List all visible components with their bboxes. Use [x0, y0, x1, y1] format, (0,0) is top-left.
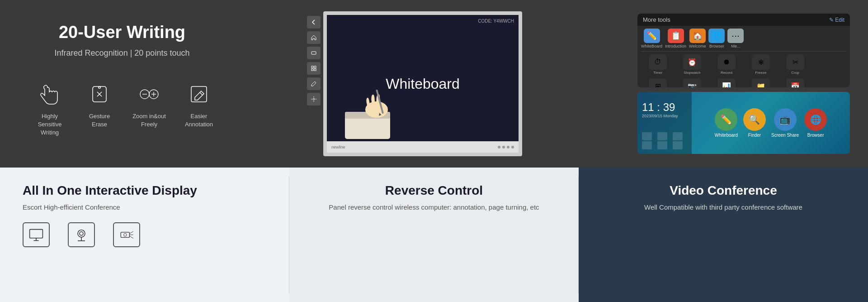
touch-icon — [36, 81, 63, 108]
projector-svg — [119, 228, 134, 242]
tool-record-label: Record — [721, 71, 732, 75]
gesture-label: GestureErase — [89, 112, 110, 129]
clock-date: 2023/09/15 Monday — [642, 114, 687, 118]
whiteboard-wrapper: CODE: Y4WWCH Whiteboard — [323, 11, 522, 156]
app-welcome-label: Welcome — [689, 44, 706, 48]
wb-brand-text: newline — [331, 145, 345, 149]
panel-header: More tools ✎ Edit — [637, 14, 850, 26]
touch-svg — [38, 83, 61, 105]
app-whiteboard[interactable]: ✏️ WhiteBoard — [641, 29, 662, 48]
mini-box-2 — [657, 132, 667, 140]
whiteboard-frame: CODE: Y4WWCH Whiteboard — [323, 11, 522, 156]
svg-rect-8 — [311, 66, 313, 68]
tool-record-icon: ⏺ — [717, 54, 736, 70]
tool-pollkit-icon: 📊 — [717, 78, 736, 87]
wb-dot-1 — [498, 146, 500, 149]
tool-freeze-icon: ❄ — [752, 54, 770, 70]
panel-title-text: More tools — [643, 16, 670, 23]
app-more-label: Me... — [731, 44, 740, 48]
svg-rect-25 — [121, 232, 129, 237]
whiteboard-code: CODE: Y4WWCH — [478, 19, 514, 24]
tool-stopwatch-label: Stopwatch — [684, 71, 700, 75]
app-more[interactable]: ⋯ Me... — [727, 29, 744, 48]
tool-crop-icon: ✂ — [786, 54, 804, 70]
feature-gesture: GestureErase — [81, 81, 118, 137]
panel-apps-section: ✏️ Whiteboard 🔍 Finder 📺 Screen Share — [692, 92, 850, 154]
wb-dot-4 — [511, 146, 514, 149]
tool-stopwatch-icon: ⏰ — [683, 54, 701, 70]
app-introduction[interactable]: 📋 Introduction — [665, 29, 686, 48]
whiteboard-label: Whiteboard — [386, 76, 460, 92]
webcam-icon — [68, 222, 95, 247]
touch-label: HighlySensitive Writing — [32, 112, 68, 137]
tool-split[interactable]: ⊞ Split screen — [641, 78, 675, 87]
app-whiteboard-label: WhiteBoard — [641, 44, 662, 48]
tool-stopwatch[interactable]: ⏰ Stopwatch — [675, 54, 709, 75]
pb-app-screenshare[interactable]: 📺 Screen Share — [771, 108, 799, 138]
gesture-svg — [88, 83, 111, 105]
col-reverse-control: Reverse Control Panel reverse control wi… — [289, 168, 579, 302]
tool-pollkit[interactable]: 📊 PollKit — [710, 78, 743, 87]
pb-app-finder[interactable]: 🔍 Finder — [743, 108, 766, 138]
wb-sidebar-source[interactable] — [307, 47, 321, 59]
svg-line-6 — [200, 92, 203, 95]
col2-title: Reverse Control — [385, 183, 483, 198]
pb-app-browser-label: Browser — [807, 133, 824, 138]
app-browser-label: Browser — [709, 44, 724, 48]
tool-crop[interactable]: ✂ Crop — [778, 54, 812, 75]
col-video-conference: Video Conference Well Compatible with th… — [579, 168, 868, 302]
center-content: CODE: Y4WWCH Whiteboard — [217, 14, 628, 154]
feature-annotation: EasierAnnotation — [181, 81, 217, 137]
tool-record[interactable]: ⏺ Record — [710, 54, 743, 75]
mini-icon-grid — [642, 132, 687, 149]
panel-more-tools: More tools ✎ Edit ✏️ WhiteBoard 📋 Introd… — [637, 14, 850, 87]
wb-sidebar-settings[interactable] — [307, 93, 321, 105]
app-row: ✏️ WhiteBoard 📋 Introduction 🏠 Welcome 🌐… — [637, 26, 850, 51]
wb-sidebar-apps[interactable] — [307, 62, 321, 75]
right-panels: More tools ✎ Edit ✏️ WhiteBoard 📋 Introd… — [628, 14, 850, 154]
mini-box-5 — [657, 141, 667, 149]
svg-point-22 — [80, 231, 83, 235]
pb-app-screenshare-label: Screen Share — [771, 133, 799, 138]
tool-calendar-icon: 📅 — [786, 78, 804, 87]
col-all-in-one: All In One Interactive Display Escort Hi… — [0, 168, 289, 302]
projector-icon — [113, 222, 140, 247]
whiteboard-bottom-bar: newline — [327, 141, 519, 153]
top-section: 20-User Writing Infrared Recognition | 2… — [0, 0, 868, 168]
tool-freeze[interactable]: ❄ Freeze — [744, 54, 778, 75]
wb-sidebar-home[interactable] — [307, 31, 321, 44]
panel-edit-btn[interactable]: ✎ Edit — [829, 17, 844, 23]
svg-rect-18 — [30, 229, 43, 238]
tool-calendar[interactable]: 📅 Calendar — [778, 78, 812, 87]
mini-box-1 — [642, 132, 652, 140]
display-icon — [23, 222, 50, 247]
features-grid: HighlySensitive Writing GestureErase — [27, 81, 217, 137]
bottom-section: All In One Interactive Display Escort Hi… — [0, 168, 868, 302]
col1-subtitle: Escort High-efficient Conference — [23, 203, 267, 211]
wb-sidebar — [307, 16, 321, 105]
left-content: 20-User Writing Infrared Recognition | 2… — [27, 14, 217, 154]
tool-timer-label: Timer — [653, 71, 662, 75]
tool-filetran-icon: 📁 — [752, 78, 770, 87]
tools-row-1: ⏱ Timer ⏰ Stopwatch ⏺ Record ❄ Freeze — [637, 52, 850, 77]
col3-subtitle: Well Compatible with third party confere… — [601, 203, 845, 211]
col3-title: Video Conference — [601, 183, 845, 198]
zoom-svg — [138, 83, 160, 105]
pb-app-browser2[interactable]: 🌐 Browser — [804, 108, 827, 138]
clock-area: 11 : 39 2023/09/15 Monday — [642, 96, 687, 118]
col2-subtitle: Panel reverse control wireless computer:… — [329, 203, 539, 211]
tool-timer-icon: ⏱ — [649, 54, 667, 70]
annotation-label: EasierAnnotation — [185, 112, 213, 129]
tool-filetran[interactable]: 📁 Fast File Tran... — [744, 78, 778, 87]
app-browser[interactable]: 🌐 Browser — [708, 29, 725, 48]
tool-camera[interactable]: 📷 Camera — [675, 78, 709, 87]
pb-app-whiteboard[interactable]: ✏️ Whiteboard — [715, 108, 738, 138]
display-item — [23, 222, 50, 247]
panel-clock-section: 11 : 39 2023/09/15 Monday — [637, 92, 692, 154]
wb-controls — [498, 146, 514, 149]
tool-timer[interactable]: ⏱ Timer — [641, 54, 675, 75]
webcam-item — [68, 222, 95, 247]
app-welcome[interactable]: 🏠 Welcome — [689, 29, 706, 48]
wb-sidebar-pen[interactable] — [307, 77, 321, 90]
wb-sidebar-back[interactable] — [307, 16, 321, 29]
